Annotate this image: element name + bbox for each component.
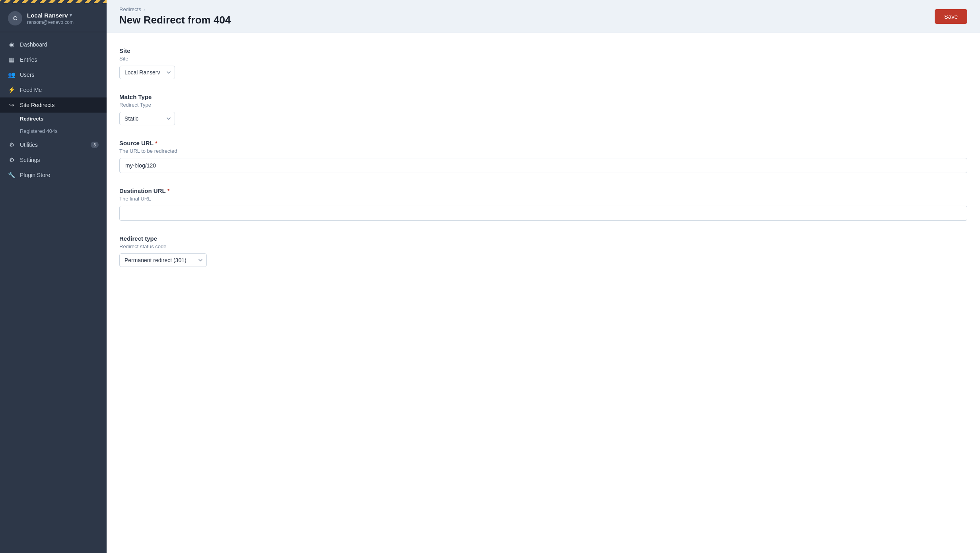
chevron-icon: ▾ <box>70 13 72 18</box>
form-area: Site Site Local Ranserv Match Type Redir… <box>107 33 980 553</box>
site-email: ransom@venevo.com <box>27 19 99 25</box>
sidebar-sublabel-registered-404s: Registered 404s <box>20 128 58 134</box>
sidebar-item-site-redirects[interactable]: ↪ Site Redirects <box>0 97 107 113</box>
match-type-select[interactable]: Static RegEx <box>119 112 175 125</box>
utilities-badge: 3 <box>91 142 99 148</box>
match-type-section: Match Type Redirect Type Static RegEx <box>119 93 967 125</box>
breadcrumb-arrow: › <box>144 7 145 12</box>
sidebar-sublabel-redirects: Redirects <box>20 116 43 122</box>
sidebar-item-settings[interactable]: ⚙ Settings <box>0 152 107 167</box>
sidebar-label-plugin-store: Plugin Store <box>20 172 50 178</box>
site-section-title: Site <box>119 47 967 54</box>
sidebar: C Local Ranserv ▾ ransom@venevo.com ◉ Da… <box>0 0 107 553</box>
sidebar-item-plugin-store[interactable]: 🔧 Plugin Store <box>0 167 107 183</box>
sidebar-item-users[interactable]: 👥 Users <box>0 67 107 82</box>
stripe-decoration <box>0 0 107 3</box>
sidebar-subitem-redirects[interactable]: Redirects <box>0 113 107 125</box>
main-content: Redirects › New Redirect from 404 Save S… <box>107 0 980 553</box>
sidebar-label-feed-me: Feed Me <box>20 87 42 93</box>
sidebar-nav: ◉ Dashboard ▦ Entries 👥 Users ⚡ Feed Me … <box>0 32 107 553</box>
match-type-desc: Redirect Type <box>119 102 967 108</box>
site-redirects-icon: ↪ <box>8 101 15 109</box>
users-icon: 👥 <box>8 71 15 78</box>
breadcrumb-redirects[interactable]: Redirects <box>119 6 141 12</box>
sidebar-label-entries: Entries <box>20 56 37 63</box>
avatar: C <box>8 11 22 25</box>
sidebar-label-utilities: Utilities <box>20 142 38 148</box>
sidebar-label-dashboard: Dashboard <box>20 41 47 48</box>
destination-url-title: Destination URL* <box>119 187 967 194</box>
entries-icon: ▦ <box>8 56 15 63</box>
sidebar-item-utilities[interactable]: ⚙ Utilities 3 <box>0 137 107 152</box>
settings-icon: ⚙ <box>8 156 15 164</box>
sidebar-item-dashboard[interactable]: ◉ Dashboard <box>0 37 107 52</box>
sidebar-label-users: Users <box>20 72 35 78</box>
source-url-required: * <box>155 140 158 146</box>
source-url-input[interactable] <box>119 158 967 173</box>
source-url-desc: The URL to be redirected <box>119 148 967 154</box>
sidebar-header: C Local Ranserv ▾ ransom@venevo.com <box>0 3 107 32</box>
destination-url-required: * <box>167 187 170 194</box>
match-type-title: Match Type <box>119 93 967 100</box>
source-url-section: Source URL* The URL to be redirected <box>119 140 967 173</box>
source-url-title: Source URL* <box>119 140 967 146</box>
redirect-type-desc: Redirect status code <box>119 243 967 249</box>
sidebar-item-feed-me[interactable]: ⚡ Feed Me <box>0 82 107 97</box>
site-section: Site Site Local Ranserv <box>119 47 967 79</box>
sidebar-label-site-redirects: Site Redirects <box>20 102 54 108</box>
top-bar: Redirects › New Redirect from 404 Save <box>107 0 980 33</box>
sidebar-item-entries[interactable]: ▦ Entries <box>0 52 107 67</box>
redirect-type-select[interactable]: Permanent redirect (301) Temporary redir… <box>119 253 207 267</box>
breadcrumb: Redirects › <box>119 6 231 12</box>
site-section-desc: Site <box>119 56 967 62</box>
page-title: New Redirect from 404 <box>119 14 231 26</box>
destination-url-input[interactable] <box>119 206 967 221</box>
plugin-store-icon: 🔧 <box>8 171 15 179</box>
redirect-type-title: Redirect type <box>119 235 967 242</box>
redirect-type-section: Redirect type Redirect status code Perma… <box>119 235 967 267</box>
feed-me-icon: ⚡ <box>8 86 15 93</box>
dashboard-icon: ◉ <box>8 41 15 48</box>
sidebar-subitem-registered-404s[interactable]: Registered 404s <box>0 125 107 137</box>
site-select[interactable]: Local Ranserv <box>119 66 175 79</box>
save-button[interactable]: Save <box>935 9 967 24</box>
destination-url-desc: The final URL <box>119 196 967 202</box>
sidebar-label-settings: Settings <box>20 157 40 163</box>
destination-url-section: Destination URL* The final URL <box>119 187 967 221</box>
site-name[interactable]: Local Ranserv ▾ <box>27 12 99 19</box>
utilities-icon: ⚙ <box>8 141 15 148</box>
